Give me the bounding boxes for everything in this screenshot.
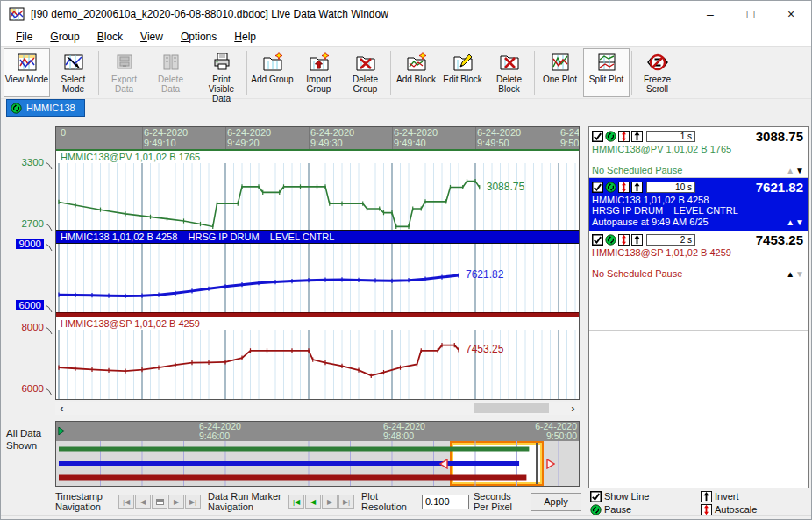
reorder-arrows[interactable]: ▲▼: [786, 217, 805, 227]
current-value: 3088.75: [756, 129, 803, 144]
time-header-divider: [559, 127, 559, 149]
time-axis-label: 0: [61, 128, 66, 139]
menu-bar: File Group Block View Options Help: [1, 27, 811, 46]
updown-arrow-icon: [701, 504, 712, 516]
close-button[interactable]: ×: [771, 1, 811, 27]
menu-help[interactable]: Help: [226, 29, 264, 45]
chart-block-plot[interactable]: 7621.82: [56, 244, 579, 312]
y-tick-block-min: 6000: [1, 300, 53, 313]
invert-icon[interactable]: [631, 182, 643, 193]
split-plot-button[interactable]: Split Plot: [583, 48, 630, 97]
plot-resolution-input[interactable]: [422, 495, 469, 509]
delete-data-label: Delete Data: [148, 75, 193, 94]
time-header-divider: [475, 127, 476, 149]
split-plot-label: Split Plot: [589, 75, 623, 84]
timestamp-first-button[interactable]: |◀: [118, 495, 134, 509]
sample-interval-field[interactable]: 2 s: [646, 234, 695, 246]
one-plot-button[interactable]: One Plot: [537, 48, 583, 97]
overview-time-label: 6-24-20209:50:00: [535, 422, 577, 441]
import-group-button[interactable]: Import Group: [296, 48, 342, 97]
overview-body[interactable]: [56, 441, 579, 486]
sample-interval-field[interactable]: 1 s: [646, 131, 695, 142]
chart-pv-plot[interactable]: 3088.75: [56, 163, 579, 230]
entry-name: HMMIC138@PV 1,01,02 B 1765: [592, 144, 805, 154]
chart-sp-plot[interactable]: 7453.25: [56, 330, 579, 399]
sample-interval-field[interactable]: 10 s: [646, 182, 695, 193]
range-right-marker[interactable]: [546, 459, 555, 469]
freeze-scroll-button[interactable]: Freeze Scroll: [634, 48, 680, 97]
invert-icon[interactable]: [631, 131, 643, 142]
move-up-arrow[interactable]: ▲: [786, 166, 795, 175]
watch-entry-sp[interactable]: 2 s 7453.25 HMMIC138@SP 1,01,02 B 4259 N…: [589, 231, 808, 281]
minimize-button[interactable]: –: [690, 1, 730, 27]
tick-curve: [45, 161, 53, 170]
freeze-scroll-icon: [646, 52, 669, 73]
plot-horizontal-scrollbar[interactable]: ‹ ›: [55, 402, 580, 415]
watch-entry-block[interactable]: 10 s 7621.82 HMMIC138 1,01,02 B 4258 HRS…: [589, 178, 808, 231]
invert-icon[interactable]: [631, 234, 643, 246]
menu-block[interactable]: Block: [89, 29, 131, 45]
data-run-nav-label: Data Run Marker Navigation: [208, 491, 288, 512]
dialog-icon: [156, 499, 164, 505]
autoscale-icon[interactable]: [618, 234, 630, 246]
print-visible-data-button[interactable]: Print Visible Data: [198, 48, 245, 97]
chart-sp-current-value: 7453.25: [466, 343, 503, 355]
y-tick-block-max: 9000: [1, 239, 53, 252]
move-down-arrow[interactable]: ▼: [795, 269, 805, 279]
reorder-arrows[interactable]: ▲▼: [786, 166, 805, 175]
menu-group[interactable]: Group: [42, 29, 87, 45]
up-arrow-icon: [701, 491, 712, 502]
timestamp-dialog-button[interactable]: [152, 495, 167, 509]
enabled-checkbox[interactable]: [592, 182, 603, 193]
move-up-arrow[interactable]: ▲: [786, 269, 795, 279]
data-run-first-button[interactable]: |◀: [288, 495, 304, 509]
app-icon: [9, 6, 25, 22]
export-data-label: Export Data: [102, 75, 146, 94]
data-overview-strip[interactable]: 6-24-20209:46:006-24-20209:48:006-24-202…: [55, 421, 580, 487]
timestamp-next-button[interactable]: ▶: [168, 495, 184, 509]
scrollbar-thumb[interactable]: [474, 403, 549, 413]
pause-icon[interactable]: [605, 234, 616, 246]
pause-status: Autopause at 9:49 AM 6/25: [592, 217, 709, 227]
autoscale-icon[interactable]: [618, 182, 630, 193]
add-block-button[interactable]: Add Block: [393, 48, 439, 97]
edit-block-button[interactable]: Edit Block: [439, 48, 486, 97]
plot-area[interactable]: 06-24-20209:49:106-24-20209:49:206-24-20…: [55, 126, 580, 400]
autoscale-icon[interactable]: [618, 131, 630, 142]
move-down-arrow[interactable]: ▼: [795, 166, 805, 175]
select-mode-button[interactable]: Select Mode: [50, 48, 96, 97]
timestamp-prev-button[interactable]: ◀: [135, 495, 151, 509]
data-run-prev-button[interactable]: ◀: [305, 495, 321, 509]
apply-button[interactable]: Apply: [531, 493, 581, 511]
move-down-arrow[interactable]: ▼: [795, 217, 805, 227]
move-up-arrow[interactable]: ▲: [786, 217, 795, 227]
watch-entry-pv[interactable]: 1 s 3088.75 HMMIC138@PV 1,01,02 B 1765 N…: [589, 127, 808, 178]
data-run-last-button[interactable]: ▶|: [338, 495, 354, 509]
overview-time-header: 6-24-20209:46:006-24-20209:48:006-24-202…: [56, 422, 579, 441]
data-run-next-button[interactable]: ▶: [322, 495, 338, 509]
delete-block-button[interactable]: Delete Block: [486, 48, 532, 97]
menu-options[interactable]: Options: [173, 29, 224, 45]
maximize-button[interactable]: □: [730, 1, 771, 27]
menu-view[interactable]: View: [132, 29, 171, 45]
empty-entry-slot: [589, 281, 808, 331]
overview-time-label: 6-24-20209:46:00: [199, 422, 241, 441]
time-axis-label: 6-24-20209:49:40: [394, 128, 438, 148]
delete-group-button[interactable]: Delete Group: [342, 48, 388, 97]
enabled-checkbox[interactable]: [592, 234, 603, 246]
pause-icon[interactable]: [605, 131, 616, 142]
add-group-button[interactable]: Add Group: [249, 48, 296, 97]
timestamp-last-button[interactable]: ▶|: [185, 495, 201, 509]
menu-file[interactable]: File: [8, 29, 40, 45]
tab-hmmic138[interactable]: HMMIC138: [6, 99, 85, 117]
chart-sp-title: HMMIC138@SP 1,01,02 B 4259: [56, 317, 579, 330]
range-left-marker[interactable]: [439, 459, 448, 469]
enabled-checkbox[interactable]: [592, 131, 603, 142]
scroll-right-arrow[interactable]: ›: [566, 402, 580, 415]
reorder-arrows[interactable]: ▲▼: [786, 269, 805, 279]
scroll-left-arrow[interactable]: ‹: [55, 402, 68, 415]
entry-name: HMMIC138@SP 1,01,02 B 4259: [592, 247, 805, 258]
pause-icon[interactable]: [605, 182, 616, 193]
one-plot-label: One Plot: [543, 75, 577, 84]
view-mode-button[interactable]: View Mode: [4, 48, 50, 97]
